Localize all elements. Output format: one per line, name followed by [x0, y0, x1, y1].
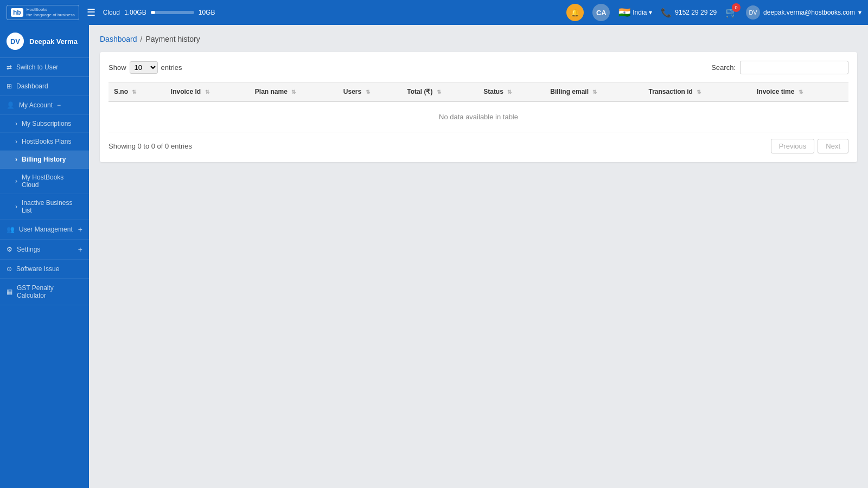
breadcrumb: Dashboard / Payment history [100, 35, 857, 43]
no-data-message: No data available in table [108, 101, 848, 132]
sort-icon-sno[interactable]: ⇅ [132, 89, 136, 95]
inactive-label: Inactive Business List [22, 199, 82, 214]
user-menu-btn[interactable]: DV deepak.verma@hostbooks.com ▾ [746, 5, 861, 20]
sort-icon-users[interactable]: ⇅ [366, 89, 370, 95]
cloud-progress-fill [151, 11, 155, 14]
user-mgmt-label: User Management [19, 226, 73, 233]
gst-label: GST Penalty Calculator [17, 284, 82, 299]
sidebar-item-switch-to-user[interactable]: ⇄ Switch to User [0, 58, 89, 77]
flag-icon: 🇮🇳 [618, 7, 630, 18]
table-header: S.no ⇅ Invoice Id ⇅ Plan name ⇅ Users [108, 82, 848, 102]
sort-icon-invoicetime[interactable]: ⇅ [799, 89, 803, 95]
cloud-progress-bar [151, 11, 194, 14]
chevron-right-icon4: › [15, 177, 17, 185]
logo-hb-text: hb [11, 8, 23, 17]
table-header-row: S.no ⇅ Invoice Id ⇅ Plan name ⇅ Users [108, 82, 848, 102]
account-label: My Account [19, 101, 53, 109]
col-sno: S.no ⇅ [108, 82, 165, 102]
col-total: Total (₹) ⇅ [401, 82, 478, 102]
col-billing-email: Billing email ⇅ [545, 82, 643, 102]
search-input[interactable] [740, 61, 848, 74]
sort-icon-plan[interactable]: ⇅ [291, 89, 296, 95]
account-chevron-icon: − [57, 101, 61, 109]
entries-select[interactable]: 10 25 50 100 [130, 61, 158, 74]
breadcrumb-current: Payment history [145, 35, 200, 43]
sidebar-avatar: DV [7, 33, 24, 50]
country-selector[interactable]: 🇮🇳 India ▾ [618, 7, 652, 18]
ca-btn[interactable]: CA [592, 4, 610, 21]
search-label: Search: [711, 63, 736, 72]
sidebar-user: DV Deepak Verma [0, 25, 89, 58]
topbar-left: hb HostBooks the language of business ☰ … [7, 5, 215, 20]
dashboard-icon: ⊞ [7, 82, 12, 90]
chevron-right-icon5: › [15, 203, 17, 210]
phone-btn[interactable]: 📞 9152 29 29 29 [661, 8, 717, 18]
table-footer: Showing 0 to 0 of 0 entries Previous Nex… [108, 139, 848, 153]
next-button[interactable]: Next [818, 139, 848, 153]
sort-icon-billing[interactable]: ⇅ [592, 89, 597, 95]
phone-icon: 📞 [661, 8, 672, 18]
table-controls: Show 10 25 50 100 entries Search: [108, 61, 848, 74]
col-users: Users ⇅ [338, 82, 401, 102]
no-data-row: No data available in table [108, 101, 848, 132]
notification-icon-btn[interactable]: 🔔 [566, 4, 584, 21]
content-area: Dashboard / Payment history Show 10 25 5… [89, 25, 868, 488]
sidebar-item-user-management[interactable]: 👥 User Management + [0, 220, 89, 240]
users-icon: 👥 [7, 226, 15, 233]
chevron-right-icon2: › [15, 138, 17, 145]
logo-name: HostBooks the language of business [27, 7, 75, 17]
settings-icon: ⚙ [7, 246, 12, 253]
sidebar-item-software-issue[interactable]: ⊙ Software Issue [0, 260, 89, 279]
sort-icon-transaction[interactable]: ⇅ [697, 89, 701, 95]
software-label: Software Issue [16, 265, 59, 273]
sidebar-username: Deepak Verma [29, 37, 78, 46]
dashboard-label: Dashboard [16, 82, 48, 90]
sort-icon-invoice[interactable]: ⇅ [205, 89, 209, 95]
breadcrumb-dashboard[interactable]: Dashboard [100, 35, 137, 43]
cart-btn[interactable]: 🛒 0 [725, 7, 737, 18]
sort-icon-total[interactable]: ⇅ [437, 89, 441, 95]
phone-number: 9152 29 29 29 [675, 9, 717, 16]
cloud-label: Cloud [103, 9, 120, 16]
showing-text: Showing 0 to 0 of 0 entries [108, 142, 192, 150]
previous-button[interactable]: Previous [771, 139, 815, 153]
search-box: Search: [711, 61, 848, 74]
col-invoice-time: Invoice time ⇅ [751, 82, 848, 102]
subscriptions-label: My Subscriptions [22, 120, 71, 127]
breadcrumb-separator: / [141, 35, 143, 43]
logo[interactable]: hb HostBooks the language of business [7, 5, 79, 20]
sidebar-item-gst-penalty[interactable]: ▦ GST Penalty Calculator [0, 279, 89, 305]
col-transaction-id: Transaction id ⇅ [643, 82, 751, 102]
sidebar-item-my-subscriptions[interactable]: › My Subscriptions [0, 115, 89, 133]
cloud-info: Cloud 1.00GB 10GB [103, 9, 215, 16]
chevron-right-icon3: › [15, 156, 17, 163]
sidebar-item-hostbooks-plans[interactable]: › HostBooks Plans [0, 133, 89, 151]
chevron-right-icon: › [15, 120, 17, 127]
user-avatar: DV [746, 5, 760, 20]
sidebar-item-my-hostbooks-cloud[interactable]: › My HostBooks Cloud [0, 169, 89, 194]
col-status: Status ⇅ [478, 82, 545, 102]
sidebar-item-inactive-business[interactable]: › Inactive Business List [0, 194, 89, 220]
show-entries: Show 10 25 50 100 entries [108, 61, 182, 74]
user-chevron-icon: ▾ [858, 9, 861, 16]
sidebar-item-my-account[interactable]: 👤 My Account − [0, 96, 89, 115]
plans-label: HostBooks Plans [22, 138, 71, 145]
topbar: hb HostBooks the language of business ☰ … [0, 0, 868, 25]
show-label: Show [108, 63, 126, 72]
country-label: India [633, 9, 647, 16]
switch-icon: ⇄ [7, 63, 12, 71]
pagination: Previous Next [771, 139, 848, 153]
country-chevron-icon: ▾ [649, 9, 652, 16]
sort-icon-status[interactable]: ⇅ [507, 89, 512, 95]
billing-label: Billing History [22, 156, 66, 163]
table-body: No data available in table [108, 101, 848, 132]
hamburger-icon[interactable]: ☰ [87, 7, 95, 18]
entries-label: entries [161, 63, 182, 72]
sidebar-item-billing-history[interactable]: › Billing History [0, 151, 89, 169]
cloud-label2: My HostBooks Cloud [22, 174, 82, 189]
topbar-right: 🔔 CA 🇮🇳 India ▾ 📞 9152 29 29 29 🛒 0 DV d… [566, 4, 861, 21]
settings-plus-icon: + [78, 245, 82, 254]
account-icon: 👤 [7, 101, 15, 109]
sidebar-item-dashboard[interactable]: ⊞ Dashboard [0, 77, 89, 96]
sidebar-item-settings[interactable]: ⚙ Settings + [0, 240, 89, 260]
